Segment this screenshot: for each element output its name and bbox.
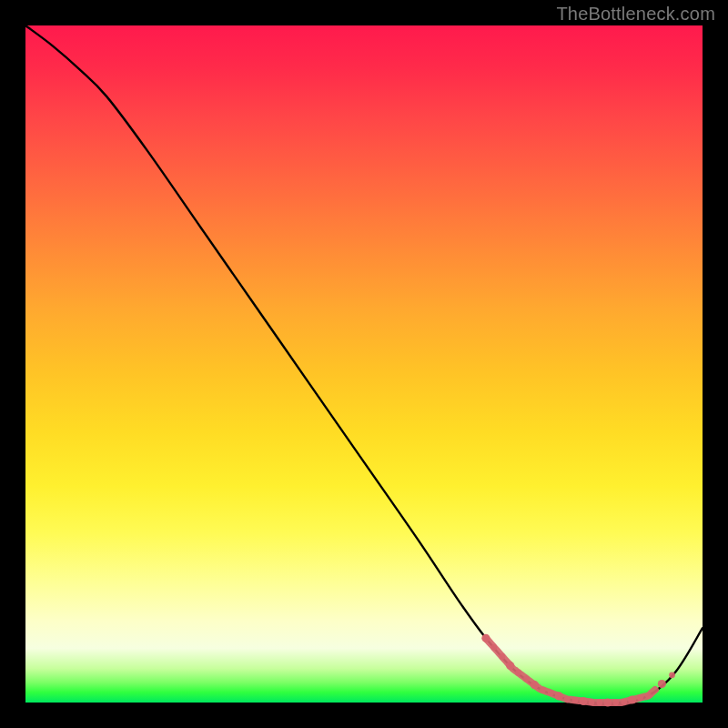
- highlight-dot: [490, 644, 497, 651]
- highlight-dot: [603, 698, 612, 706]
- highlight-dot: [637, 694, 643, 701]
- highlight-dot: [645, 693, 652, 699]
- highlight-dot: [564, 696, 571, 703]
- highlight-dot: [548, 690, 554, 696]
- highlight-dot: [572, 697, 579, 703]
- highlight-dot: [621, 699, 627, 705]
- highlight-dot: [597, 700, 603, 706]
- curve-layer: [25, 25, 703, 703]
- highlight-dot: [540, 687, 546, 693]
- highlight-dot: [628, 695, 636, 703]
- highlight-dot: [523, 676, 530, 682]
- bottleneck-curve-highlight: [486, 638, 655, 703]
- highlight-dot: [579, 697, 587, 705]
- highlight-dot: [669, 672, 675, 678]
- chart-stage: TheBottleneck.com: [0, 0, 728, 728]
- highlight-dot: [531, 681, 539, 689]
- highlight-dot: [612, 700, 619, 706]
- highlight-dot: [515, 670, 521, 676]
- highlight-dot: [658, 680, 666, 688]
- attribution-text: TheBottleneck.com: [556, 4, 715, 25]
- highlight-dot: [589, 699, 595, 705]
- plot-area: [25, 25, 703, 703]
- highlight-dot: [506, 662, 514, 670]
- highlight-dot: [499, 653, 505, 660]
- highlight-dot: [555, 692, 563, 700]
- bottleneck-curve: [25, 25, 703, 703]
- highlight-dot: [481, 634, 490, 642]
